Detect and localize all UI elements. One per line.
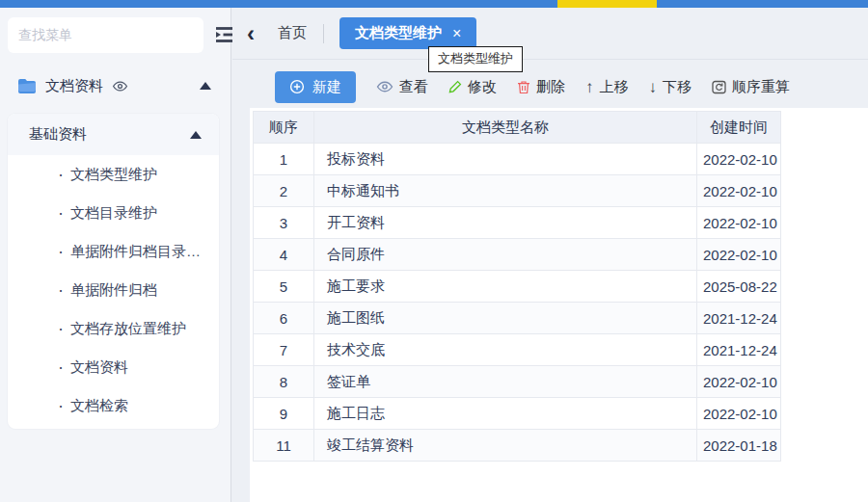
toolbar: 新建 查看 修改 删除 ↑ 上移 ↓ (275, 70, 790, 103)
recalc-order-label: 顺序重算 (732, 78, 790, 96)
cell-seq: 7 (254, 334, 314, 366)
recalc-order-button[interactable]: 顺序重算 (712, 78, 790, 96)
cell-date: 2025-08-22 (697, 271, 781, 303)
eye-icon (376, 80, 393, 93)
cell-date: 2022-02-10 (697, 144, 781, 175)
trash-icon (517, 80, 530, 94)
cell-seq: 5 (254, 271, 314, 303)
sidebar-menu-list: ·文档类型维护·文档目录维护·单据附件归档目录…·单据附件归档·文档存放位置维护… (8, 155, 219, 425)
collapse-triangle-icon[interactable] (200, 82, 211, 90)
sidebar-item-label: 文档存放位置维护 (70, 320, 186, 338)
bullet-icon: · (58, 358, 64, 376)
sidebar-item-label: 文档资料 (70, 358, 128, 377)
table-row[interactable]: 7技术交底2021-12-24 (254, 334, 781, 366)
pencil-icon (448, 80, 462, 93)
table-row[interactable]: 3开工资料2022-02-10 (254, 207, 781, 239)
edit-button[interactable]: 修改 (448, 78, 497, 96)
cell-seq: 11 (254, 430, 314, 462)
new-button-label: 新建 (312, 78, 341, 96)
cell-date: 2022-02-10 (697, 175, 781, 207)
sidebar-item[interactable]: ·文档存放位置维护 (8, 309, 219, 348)
move-down-button[interactable]: ↓ 下移 (649, 78, 692, 96)
folder-icon (17, 78, 37, 93)
cell-name: 技术交底 (314, 334, 697, 366)
table-row[interactable]: 9施工日志2022-02-10 (254, 398, 781, 430)
sidebar-item[interactable]: ·单据附件归档目录… (8, 232, 219, 271)
cell-name: 施工日志 (314, 398, 697, 430)
sidebar-item-label: 单据附件归档 (70, 281, 157, 300)
cell-date: 2022-02-10 (697, 366, 781, 398)
cell-date: 2021-12-24 (697, 334, 781, 366)
edit-button-label: 修改 (468, 78, 497, 96)
bullet-icon: · (58, 281, 64, 299)
delete-button[interactable]: 删除 (517, 78, 565, 96)
cell-seq: 4 (254, 239, 314, 271)
cell-seq: 9 (254, 398, 314, 430)
tab-tooltip: 文档类型维护 (428, 46, 523, 72)
doc-type-table: 顺序 文档类型名称 创建时间 1投标资料2022-02-102中标通知书2022… (253, 111, 781, 462)
table-row[interactable]: 11竣工结算资料2022-01-18 (254, 430, 781, 462)
cell-seq: 3 (254, 207, 314, 239)
arrow-down-icon: ↓ (649, 79, 658, 95)
cell-seq: 2 (254, 175, 314, 207)
collapse-triangle-icon[interactable] (190, 131, 202, 139)
sidebar-search-row (0, 8, 231, 60)
tab-divider (323, 24, 324, 43)
table-header-row: 顺序 文档类型名称 创建时间 (254, 112, 781, 144)
tab-close-icon[interactable]: × (452, 26, 461, 41)
table-row[interactable]: 6施工图纸2021-12-24 (254, 303, 781, 334)
bullet-icon: · (58, 204, 64, 222)
arrow-up-icon: ↑ (585, 79, 594, 95)
cell-date: 2022-02-10 (697, 398, 781, 430)
table-row[interactable]: 2中标通知书2022-02-10 (254, 175, 781, 207)
table-row[interactable]: 1投标资料2022-02-10 (254, 144, 781, 175)
tab-home[interactable]: 首页 (278, 24, 307, 42)
column-header-seq: 顺序 (254, 112, 314, 144)
new-button[interactable]: 新建 (275, 71, 356, 103)
table-row[interactable]: 4合同原件2022-02-10 (254, 239, 781, 271)
column-header-date: 创建时间 (697, 112, 781, 144)
sidebar-menu-card: 基础资料 ·文档类型维护·文档目录维护·单据附件归档目录…·单据附件归档·文档存… (8, 114, 219, 429)
sidebar-group-basic-data[interactable]: 基础资料 (8, 114, 219, 155)
column-header-name: 文档类型名称 (314, 112, 697, 144)
cell-name: 签证单 (314, 366, 697, 398)
cell-date: 2022-01-18 (697, 430, 781, 462)
table-row[interactable]: 8签证单2022-02-10 (254, 366, 781, 398)
cell-date: 2021-12-24 (697, 303, 781, 334)
cell-seq: 6 (254, 303, 314, 334)
tab-doc-type-maintenance[interactable]: 文档类型维护 × (339, 17, 476, 49)
sidebar-item-label: 文档类型维护 (70, 166, 157, 184)
cell-name: 开工资料 (314, 207, 697, 239)
sidebar-item[interactable]: ·单据附件归档 (8, 271, 219, 309)
sidebar-item[interactable]: ·文档检索 (8, 386, 219, 425)
view-button[interactable]: 查看 (376, 78, 428, 96)
move-up-label: 上移 (600, 78, 629, 96)
active-tab-label: 文档类型维护 (355, 24, 442, 42)
table-row[interactable]: 5施工要求2025-08-22 (254, 271, 781, 303)
cell-name: 中标通知书 (314, 175, 697, 207)
top-accent-yellow-segment (557, 0, 657, 8)
cell-name: 投标资料 (314, 144, 697, 175)
sidebar-item-label: 单据附件归档目录… (70, 243, 201, 261)
cell-date: 2022-02-10 (697, 239, 781, 271)
cell-name: 竣工结算资料 (314, 430, 697, 462)
top-accent-bar (0, 0, 868, 8)
sidebar-root-label: 文档资料 (45, 77, 103, 95)
search-input[interactable] (8, 17, 203, 53)
bullet-icon: · (58, 397, 64, 414)
sidebar-item-doc-materials-root[interactable]: 文档资料 (0, 67, 231, 104)
sidebar-item[interactable]: ·文档类型维护 (8, 155, 219, 194)
sidebar-item[interactable]: ·文档目录维护 (8, 194, 219, 232)
back-chevron-icon[interactable]: ‹ (247, 22, 255, 45)
move-up-button[interactable]: ↑ 上移 (585, 78, 629, 96)
sidebar-item-label: 文档检索 (70, 397, 128, 415)
eye-icon (112, 80, 128, 92)
cell-name: 施工图纸 (314, 303, 697, 334)
sidebar-item[interactable]: ·文档资料 (8, 348, 219, 386)
bullet-icon: · (58, 243, 64, 260)
cell-name: 施工要求 (314, 271, 697, 303)
bullet-icon: · (58, 166, 64, 183)
tab-bar: ‹ 首页 文档类型维护 × (232, 8, 868, 60)
sidebar: 文档资料 基础资料 ·文档类型维护·文档目录维护·单据附件归档目录…·单据附件归… (0, 8, 231, 502)
bullet-icon: · (58, 320, 64, 337)
